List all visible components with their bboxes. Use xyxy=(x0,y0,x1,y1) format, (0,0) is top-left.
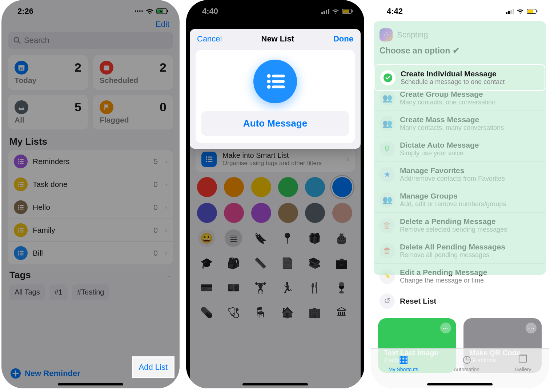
smart-list-option[interactable]: Make into Smart List Organise using tags… xyxy=(196,146,355,172)
tile-menu-icon[interactable]: ⋯ xyxy=(440,323,451,333)
flagged-label: Flagged xyxy=(100,116,166,124)
color-swatch[interactable] xyxy=(305,177,325,197)
tile-menu-icon[interactable]: ⋯ xyxy=(526,323,537,333)
option-row[interactable]: ✎ Edit a Pending MessageChange the messa… xyxy=(374,263,545,289)
svg-point-33 xyxy=(18,251,19,252)
icon-choice[interactable]: 🪑 xyxy=(252,304,269,321)
icon-choice[interactable]: 🏢 xyxy=(306,304,323,321)
icon-choice[interactable]: 🎒 xyxy=(225,254,242,272)
stack-icon: ❒ xyxy=(515,353,531,365)
option-title: Delete All Pending Messages xyxy=(400,243,505,251)
color-swatch[interactable] xyxy=(224,203,244,223)
scheduled-card[interactable]: 2 Scheduled xyxy=(93,55,173,90)
battery-icon xyxy=(342,8,353,14)
cancel-button[interactable]: Cancel xyxy=(197,34,222,44)
done-button[interactable]: Done xyxy=(333,34,353,44)
icon-choice[interactable]: 🏛 xyxy=(333,304,350,321)
home-indicator[interactable] xyxy=(58,383,123,385)
tab-bar: ▦My Shortcuts ◷Automation ❒Gallery xyxy=(371,348,549,388)
svg-point-17 xyxy=(18,184,19,185)
tag-chip[interactable]: All Tags xyxy=(9,284,45,300)
option-row[interactable]: 🗑 Delete All Pending MessagesRemove all … xyxy=(374,238,545,263)
home-indicator[interactable] xyxy=(242,383,308,385)
color-swatch[interactable] xyxy=(278,203,298,223)
battery-charging-icon xyxy=(156,8,169,15)
search-placeholder: Search xyxy=(24,36,49,45)
color-swatch[interactable] xyxy=(224,177,244,197)
flagged-card[interactable]: 0 Flagged xyxy=(93,95,173,129)
icon-choice[interactable]: 🏋 xyxy=(252,279,269,296)
icon-choice[interactable]: 🎂 xyxy=(333,229,350,247)
color-swatch[interactable] xyxy=(251,203,271,223)
icon-choice[interactable]: 🎁 xyxy=(306,229,323,247)
option-row[interactable]: 👥 Manage GroupsAdd, edit or remove numbe… xyxy=(374,187,545,212)
icon-choice[interactable]: 🏃 xyxy=(279,279,296,296)
all-label: All xyxy=(15,116,81,124)
icon-choice[interactable]: 🏠 xyxy=(279,304,296,321)
list-row[interactable]: Reminders 5 › xyxy=(8,150,173,173)
all-card[interactable]: 5 All xyxy=(8,95,88,129)
color-swatch[interactable] xyxy=(278,177,298,197)
icon-choice[interactable]: 🎓 xyxy=(198,254,215,272)
icon-choice[interactable]: 💼 xyxy=(333,254,350,272)
option-row[interactable]: 👥 Create Mass MessageMany contacts, many… xyxy=(374,111,545,136)
chevron-right-icon: › xyxy=(165,158,167,165)
icon-choice[interactable]: 💵 xyxy=(225,279,242,296)
list-row[interactable]: Task done 0 › xyxy=(8,173,173,196)
option-row[interactable]: 🎙 Dictate Auto MessageSimply use your vo… xyxy=(374,136,545,161)
icon-choice[interactable]: 💊 xyxy=(198,304,215,321)
icon-choice[interactable]: 🍴 xyxy=(306,279,323,296)
icon-choice[interactable]: 📚 xyxy=(306,254,323,272)
option-subtitle: Change the message or time xyxy=(400,277,487,284)
option-row[interactable]: 🗑 Delete a Pending MessageRemove selecte… xyxy=(374,212,545,238)
icon-choice[interactable]: 📏 xyxy=(252,254,269,272)
tag-chip[interactable]: #1 xyxy=(49,284,68,300)
edit-button[interactable]: Edit xyxy=(156,20,169,29)
color-swatch[interactable] xyxy=(332,177,352,197)
list-row[interactable]: Family 0 › xyxy=(8,219,173,241)
icon-choice[interactable]: 🩺 xyxy=(225,304,242,321)
modal-title: New List xyxy=(261,34,294,44)
color-swatch[interactable] xyxy=(305,203,325,223)
flagged-count: 0 xyxy=(160,100,166,114)
icon-choice[interactable]: 💳 xyxy=(198,279,215,296)
tab-my-shortcuts[interactable]: ▦My Shortcuts xyxy=(389,353,418,372)
today-card[interactable]: 26 2 Today xyxy=(8,55,88,90)
wifi-icon xyxy=(516,8,524,14)
color-swatch[interactable] xyxy=(197,203,217,223)
search-field[interactable]: Search xyxy=(8,32,173,49)
tab-automation[interactable]: ◷Automation xyxy=(454,353,479,372)
option-title: Reset List xyxy=(400,297,436,305)
smart-list-title: Make into Smart List xyxy=(222,151,322,160)
today-label: Today xyxy=(15,76,81,85)
choose-option-heading: Choose an option ✔ xyxy=(371,45,549,60)
color-swatch[interactable] xyxy=(332,203,352,223)
list-row[interactable]: Bill 0 › xyxy=(8,241,173,264)
today-icon: 26 xyxy=(15,61,28,75)
icon-choice[interactable]: 📄 xyxy=(279,254,296,272)
smart-list-subtitle: Organise using tags and other filters xyxy=(222,160,322,167)
option-subtitle: Schedule a message to one contact xyxy=(401,78,505,86)
option-create-individual-message[interactable]: Create Individual Message Schedule a mes… xyxy=(374,64,545,91)
list-name-input[interactable]: Auto Message xyxy=(201,111,349,136)
option-row[interactable]: ↺ Reset List xyxy=(374,289,545,313)
color-swatch[interactable] xyxy=(197,177,217,197)
new-reminder-button[interactable]: New Reminder xyxy=(10,368,80,379)
calendar-icon xyxy=(100,61,113,75)
color-swatch[interactable] xyxy=(251,177,271,197)
tab-gallery[interactable]: ❒Gallery xyxy=(515,353,531,372)
tag-chip[interactable]: #Testing xyxy=(72,284,109,300)
chevron-down-icon[interactable]: ⌄ xyxy=(166,271,172,279)
icon-choice[interactable]: 😀 xyxy=(198,229,215,247)
icon-choice[interactable]: ≣ xyxy=(225,229,242,247)
icon-choice[interactable]: 🔖 xyxy=(252,229,269,247)
option-row[interactable]: ★ Manage FavoritesAdd/remove contacts fr… xyxy=(374,161,545,187)
status-icons xyxy=(506,8,538,14)
option-subtitle: Remove selected pending messages xyxy=(400,226,507,233)
home-indicator[interactable] xyxy=(427,383,493,385)
list-row[interactable]: Hello 0 › xyxy=(8,196,173,219)
icon-choice[interactable]: 📍 xyxy=(279,229,296,247)
add-list-button[interactable]: Add List xyxy=(132,356,175,378)
icon-choice[interactable]: 🍷 xyxy=(333,279,350,296)
option-title: Create Group Message xyxy=(400,90,495,99)
